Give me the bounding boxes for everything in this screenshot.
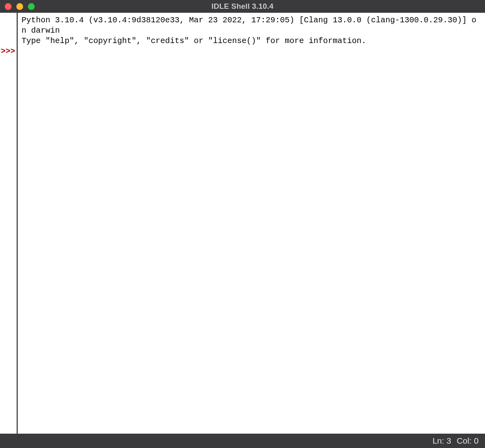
window-title: IDLE Shell 3.10.4: [211, 2, 273, 11]
banner-line-1: Python 3.10.4 (v3.10.4:9d38120e33, Mar 2…: [22, 16, 476, 35]
titlebar: IDLE Shell 3.10.4: [0, 0, 485, 13]
minimize-icon[interactable]: [16, 3, 23, 10]
close-icon[interactable]: [5, 3, 12, 10]
blank-line: [10, 16, 15, 25]
shell-content[interactable]: >>> Python 3.10.4 (v3.10.4:9d38120e33, M…: [0, 13, 485, 434]
prompt: >>>: [1, 47, 15, 56]
zoom-icon[interactable]: [28, 3, 35, 10]
prompt-gutter: >>>: [0, 13, 18, 434]
blank-line: [10, 36, 15, 45]
shell-output[interactable]: Python 3.10.4 (v3.10.4:9d38120e33, Mar 2…: [18, 13, 485, 434]
statusbar: Ln: 3 Col: 0: [0, 434, 485, 448]
col-indicator: Col: 0: [457, 436, 479, 446]
traffic-lights: [0, 3, 35, 10]
banner-line-2: Type "help", "copyright", "credits" or "…: [22, 36, 366, 45]
line-indicator: Ln: 3: [432, 436, 451, 446]
blank-line: [10, 26, 15, 35]
